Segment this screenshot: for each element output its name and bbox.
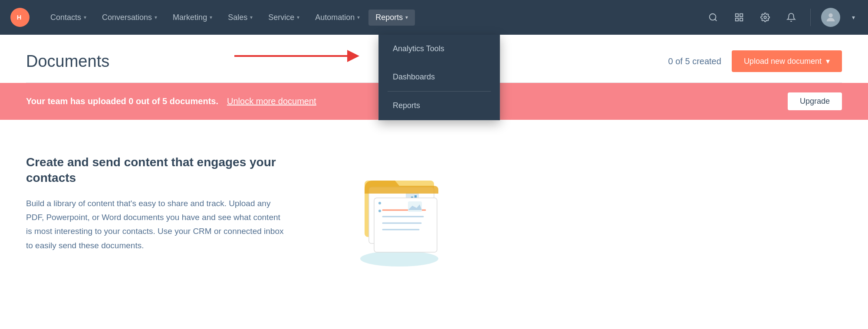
- chevron-down-icon: ▾: [826, 56, 830, 66]
- content-illustration: [339, 155, 460, 278]
- chevron-down-icon: ▾: [357, 14, 360, 20]
- svg-rect-6: [740, 18, 743, 21]
- chevron-down-icon: ▾: [210, 14, 212, 20]
- header-right: 0 of 5 created Upload new document ▾: [668, 50, 842, 72]
- svg-point-26: [378, 202, 381, 204]
- reports-dropdown: Analytics Tools Dashboards Reports: [378, 35, 500, 120]
- notifications-button[interactable]: [783, 9, 800, 26]
- upload-new-document-button[interactable]: Upload new document ▾: [732, 50, 842, 72]
- dropdown-item-analytics-tools[interactable]: Analytics Tools: [379, 35, 500, 63]
- chevron-down-icon: ▾: [250, 14, 253, 20]
- search-button[interactable]: [704, 9, 722, 26]
- main-section: Create and send content that engages you…: [0, 120, 868, 313]
- nav-item-contacts[interactable]: Contacts ▾: [43, 10, 93, 26]
- nav-item-sales[interactable]: Sales ▾: [221, 10, 260, 26]
- nav-items: Contacts ▾ Conversations ▾ Marketing ▾ S…: [43, 10, 704, 26]
- chevron-down-icon: ▾: [155, 14, 157, 20]
- nav-right: ▾: [704, 8, 858, 27]
- svg-text:H: H: [17, 14, 22, 21]
- svg-point-27: [378, 210, 381, 212]
- dropdown-item-dashboards[interactable]: Dashboards: [379, 63, 500, 91]
- banner-link[interactable]: Unlock more document: [227, 96, 316, 106]
- nav-item-reports[interactable]: Reports ▾: [368, 10, 415, 26]
- content-body: Build a library of content that's easy t…: [26, 197, 286, 253]
- svg-rect-3: [736, 14, 738, 16]
- hubspot-logo[interactable]: H: [10, 8, 30, 27]
- nav-item-automation[interactable]: Automation ▾: [308, 10, 367, 26]
- nav-item-service[interactable]: Service ▾: [261, 10, 306, 26]
- chevron-down-icon: ▾: [84, 14, 86, 20]
- chevron-down-icon: ▾: [297, 14, 299, 20]
- content-left: Create and send content that engages you…: [26, 155, 286, 253]
- created-count: 0 of 5 created: [668, 56, 721, 66]
- nav-divider: [810, 9, 811, 26]
- svg-point-8: [829, 13, 832, 17]
- svg-rect-5: [736, 18, 738, 21]
- user-avatar[interactable]: [821, 8, 840, 27]
- svg-point-7: [764, 16, 766, 19]
- settings-button[interactable]: [756, 9, 774, 26]
- account-chevron-icon[interactable]: ▾: [849, 9, 858, 26]
- grid-button[interactable]: [730, 9, 748, 26]
- upgrade-button[interactable]: Upgrade: [788, 92, 842, 110]
- documents-illustration: [339, 155, 460, 276]
- page-title: Documents: [26, 52, 109, 71]
- svg-rect-4: [740, 14, 743, 16]
- svg-point-9: [360, 251, 438, 266]
- content-headline: Create and send content that engages you…: [26, 155, 286, 186]
- nav-bar: H Contacts ▾ Conversations ▾ Marketing ▾…: [0, 0, 868, 35]
- nav-item-conversations[interactable]: Conversations ▾: [95, 10, 164, 26]
- svg-rect-20: [374, 198, 437, 252]
- dropdown-item-reports[interactable]: Reports: [379, 92, 500, 120]
- banner-text: Your team has uploaded 0 out of 5 docume…: [26, 96, 218, 106]
- svg-point-2: [710, 14, 716, 20]
- nav-item-marketing[interactable]: Marketing ▾: [166, 10, 219, 26]
- chevron-down-icon: ▾: [405, 14, 408, 20]
